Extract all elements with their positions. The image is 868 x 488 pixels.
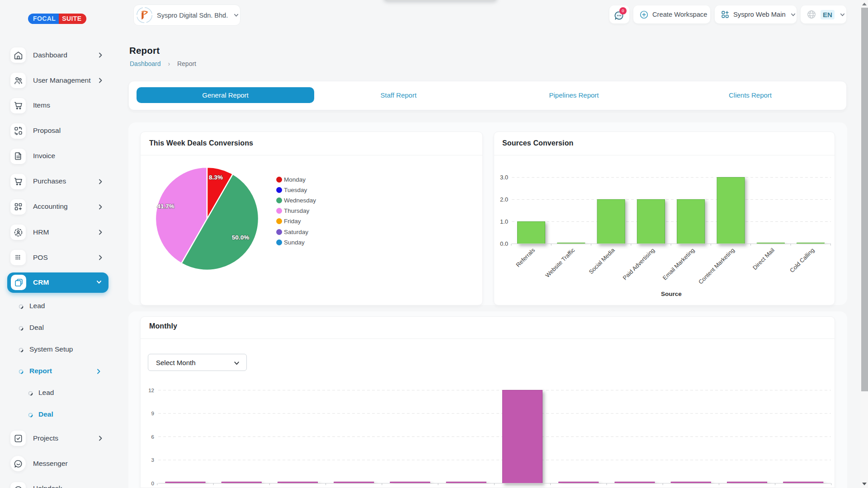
svg-text:2.0: 2.0 [500,196,508,203]
svg-text:8.3%: 8.3% [209,174,223,181]
svg-text:6: 6 [151,434,154,440]
svg-text:Source: Source [661,291,682,297]
svg-text:41.7%: 41.7% [157,203,174,210]
svg-text:9: 9 [151,411,154,416]
svg-text:0.0: 0.0 [500,240,508,247]
svg-text:Cold Calling: Cold Calling [788,247,816,274]
svg-text:1.0: 1.0 [500,218,508,225]
svg-text:Content Marketing: Content Marketing [697,247,736,286]
svg-text:Direct Mail: Direct Mail [751,247,776,271]
svg-text:Social Media: Social Media [587,246,616,275]
svg-text:12: 12 [148,388,154,393]
svg-text:50.0%: 50.0% [232,234,249,241]
svg-text:3.0: 3.0 [500,174,508,181]
svg-text:Referrals: Referrals [514,247,536,268]
svg-text:0: 0 [151,481,154,486]
svg-text:Website Traffic: Website Traffic [544,247,576,279]
svg-text:Paid Advertising: Paid Advertising [621,247,656,282]
svg-text:3: 3 [151,457,154,463]
svg-text:Email Marketing: Email Marketing [661,247,696,282]
